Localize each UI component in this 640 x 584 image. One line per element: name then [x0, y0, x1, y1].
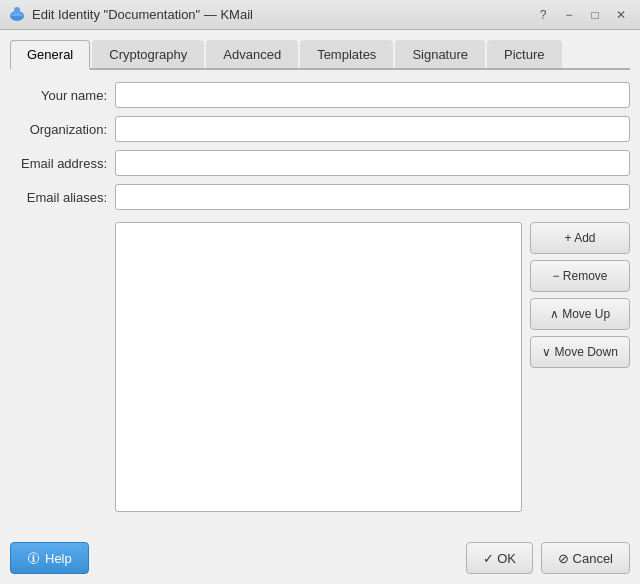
minimize-button[interactable]: − [558, 4, 580, 26]
aliases-section: + Add − Remove ∧ Move Up ∨ Move Down [10, 222, 630, 532]
organization-input[interactable] [115, 116, 630, 142]
move-up-button[interactable]: ∧ Move Up [530, 298, 630, 330]
your-name-label: Your name: [10, 88, 115, 103]
dialog: General Cryptography Advanced Templates … [0, 30, 640, 584]
form-area: Your name: Organization: Email address: … [10, 82, 630, 532]
tab-templates[interactable]: Templates [300, 40, 393, 68]
email-address-row: Email address: [10, 150, 630, 176]
aliases-content: + Add − Remove ∧ Move Up ∨ Move Down [115, 222, 630, 512]
tab-picture[interactable]: Picture [487, 40, 561, 68]
svg-point-1 [14, 7, 20, 13]
tab-signature[interactable]: Signature [395, 40, 485, 68]
move-down-button[interactable]: ∨ Move Down [530, 336, 630, 368]
app-icon [8, 6, 26, 24]
aliases-listbox[interactable] [115, 222, 522, 512]
tab-advanced[interactable]: Advanced [206, 40, 298, 68]
your-name-row: Your name: [10, 82, 630, 108]
aliases-spacer [10, 222, 115, 226]
remove-button[interactable]: − Remove [530, 260, 630, 292]
email-address-input[interactable] [115, 150, 630, 176]
email-address-label: Email address: [10, 156, 115, 171]
tab-bar: General Cryptography Advanced Templates … [10, 40, 630, 70]
add-button[interactable]: + Add [530, 222, 630, 254]
maximize-button[interactable]: □ [584, 4, 606, 26]
right-buttons: ✓ OK ⊘ Cancel [466, 542, 630, 574]
organization-row: Organization: [10, 116, 630, 142]
your-name-input[interactable] [115, 82, 630, 108]
help-icon: 🛈 [27, 551, 40, 566]
window-title: Edit Identity "Documentation" — KMail [32, 7, 253, 22]
titlebar: Edit Identity "Documentation" — KMail ? … [0, 0, 640, 30]
close-button[interactable]: ✕ [610, 4, 632, 26]
email-aliases-input-row: Email aliases: [10, 184, 630, 210]
tab-general[interactable]: General [10, 40, 90, 70]
email-aliases-input[interactable] [115, 184, 630, 210]
cancel-button[interactable]: ⊘ Cancel [541, 542, 630, 574]
organization-label: Organization: [10, 122, 115, 137]
bottom-bar: 🛈 Help ✓ OK ⊘ Cancel [10, 532, 630, 574]
help-titlebar-button[interactable]: ? [532, 4, 554, 26]
titlebar-controls: ? − □ ✕ [532, 4, 632, 26]
ok-button[interactable]: ✓ OK [466, 542, 533, 574]
tab-cryptography[interactable]: Cryptography [92, 40, 204, 68]
help-button[interactable]: 🛈 Help [10, 542, 89, 574]
aliases-action-buttons: + Add − Remove ∧ Move Up ∨ Move Down [530, 222, 630, 512]
email-aliases-label: Email aliases: [10, 190, 115, 205]
titlebar-left: Edit Identity "Documentation" — KMail [8, 6, 253, 24]
